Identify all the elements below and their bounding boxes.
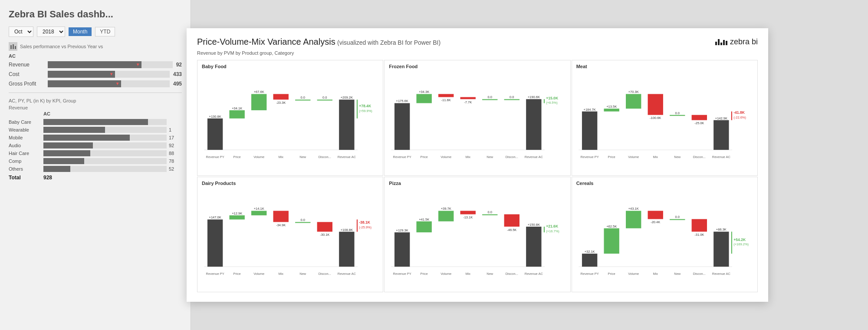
chart-cell-cereals: Cereals +32.1KRevenue PY+62.5KPrice+43.1… — [572, 177, 758, 293]
x-label-baby-food-5: Discon... — [319, 155, 331, 159]
zebra-logo: zebra bi — [715, 37, 758, 46]
kpi-row: Revenue ▼ 92 — [9, 61, 182, 68]
group-value: 17 — [169, 135, 182, 140]
month-filter[interactable]: Oct — [9, 26, 33, 37]
kpi-value: 92 — [176, 62, 182, 68]
year-filter[interactable]: 2018 — [37, 26, 65, 37]
bar-label-dairy-products-2: +14.1K — [254, 207, 264, 211]
bar-zero-4: 0.0 — [301, 218, 305, 222]
x-label-pizza-2: Volume — [441, 272, 452, 276]
x-label-baby-food-3: Mix — [278, 155, 283, 159]
kpi-triangle-icon: ▼ — [115, 81, 120, 86]
x-label-cereals-3: Mix — [653, 272, 658, 276]
group-bar-wrap — [43, 158, 167, 164]
bar-frozen-food-2 — [438, 94, 454, 97]
bar-baby-food-1 — [229, 110, 244, 119]
chart-svg-meat: +184.7KRevenue PY+13.5KPrice+70.3KVolume… — [576, 71, 753, 166]
perf-title: Sales performance vs Previous Year vs — [20, 44, 103, 49]
bar-label-frozen-food-2: -11.6K — [441, 98, 451, 102]
group-bar — [43, 127, 105, 133]
group-bar — [43, 158, 84, 164]
group-row: Hair Care 88 — [9, 150, 182, 156]
bar-label-baby-food-2: +67.6K — [254, 90, 264, 94]
bar-frozen-food-1 — [417, 94, 432, 103]
x-label-frozen-food-4: New — [487, 155, 494, 159]
kpi-triangle-icon: ▼ — [136, 62, 140, 67]
x-label-meat-5: Discon... — [693, 155, 705, 159]
variance-pct-pizza: (+16.7%) — [546, 229, 560, 233]
zebra-bars-icon — [715, 39, 727, 45]
bar-label-pizza-3: -13.1K — [463, 215, 473, 219]
bar-baby-food-4 — [295, 99, 310, 100]
group-value: 1 — [169, 127, 182, 132]
kpi-value: 495 — [173, 81, 182, 87]
x-label-dairy-products-0: Revenue PY — [206, 272, 224, 276]
chart-cell-meat: Meat +184.7KRevenue PY+13.5KPrice+70.3KV… — [572, 60, 758, 176]
x-label-cereals-0: Revenue PY — [580, 272, 598, 276]
bar-frozen-food-4 — [482, 99, 497, 100]
x-label-pizza-4: New — [487, 272, 494, 276]
ytd-btn[interactable]: YTD — [95, 27, 115, 36]
x-label-baby-food-0: Revenue PY — [206, 155, 224, 159]
bar-cereals-5 — [691, 219, 707, 231]
left-panel: Zebra BI Sales dashb... Oct 2018 Month Y… — [0, 0, 191, 330]
x-label-cereals-4: New — [674, 272, 681, 276]
kpi-bar-container: ▼ — [48, 80, 170, 87]
group-bar — [43, 166, 70, 172]
group-bar — [43, 119, 148, 125]
group-row: Wearable 1 — [9, 127, 182, 133]
variance-pct-frozen-food: (+8.5%) — [546, 101, 558, 105]
kpi-triangle-icon: ▼ — [109, 72, 114, 76]
card-subtitle: (visualized with Zebra BI for Power BI) — [337, 39, 441, 46]
x-label-dairy-products-2: Volume — [253, 272, 264, 276]
variance-pct-baby-food: (+59.9%) — [359, 109, 372, 113]
bar-label-pizza-5: -46.5K — [507, 228, 517, 231]
x-label-meat-3: Mix — [653, 155, 658, 159]
x-label-pizza-5: Discon... — [506, 272, 518, 276]
bar1 — [715, 42, 717, 45]
bar-label-meat-1: +13.5K — [606, 105, 617, 109]
variance-pct-cereals: (+169.2%) — [733, 242, 749, 246]
bar-baby-food-6 — [339, 99, 354, 150]
group-section: Baby Care Wearable 1 Mobile 17 Audio 92 … — [9, 119, 182, 172]
bar-zero-4: 0.0 — [488, 210, 492, 214]
bar-dairy-products-1 — [229, 215, 244, 219]
group-title: AC, PY, PL (in K) by KPI, Group — [9, 98, 182, 103]
group-row: Mobile 17 — [9, 135, 182, 141]
divider — [9, 92, 182, 93]
x-label-frozen-food-5: Discon... — [506, 155, 518, 159]
kpi-section: Revenue ▼ 92 Cost ▼ 433 Gross Profit ▼ 4… — [9, 61, 182, 87]
svg-rect-0 — [10, 45, 12, 49]
filter-row: Oct 2018 Month YTD — [9, 26, 182, 37]
bar-pizza-3 — [460, 211, 476, 214]
month-btn[interactable]: Month — [69, 27, 92, 36]
bar-zero-4: 0.0 — [675, 215, 679, 219]
bar-label-meat-2: +70.3K — [628, 90, 638, 94]
total-row: Total 928 — [9, 175, 182, 181]
group-sub: Revenue — [9, 105, 182, 110]
x-label-cereals-2: Volume — [628, 272, 639, 276]
bar-pizza-1 — [417, 221, 432, 232]
bar-label-baby-food-0: +130.8K — [209, 115, 221, 119]
group-label: Audio — [9, 143, 43, 148]
variance-pct-meat: (-22.6%) — [733, 116, 746, 119]
chart-title-pizza: Pizza — [389, 181, 566, 186]
chart-svg-frozen-food: +175.6KRevenue PY+34.3KPrice-11.6KVolume… — [389, 71, 566, 166]
bar-label-pizza-6: +150.8K — [528, 222, 540, 226]
bar-baby-food-5 — [317, 99, 332, 100]
x-label-pizza-3: Mix — [466, 272, 471, 276]
bar-label-baby-food-6: +209.2K — [341, 96, 353, 99]
bar-cereals-1 — [604, 228, 619, 253]
x-label-frozen-food-3: Mix — [466, 155, 471, 159]
group-label: Comp — [9, 158, 43, 164]
left-panel-title: Zebra BI Sales dashb... — [9, 9, 182, 20]
chart-cell-frozen-food: Frozen Food +175.6KRevenue PY+34.3KPrice… — [384, 60, 570, 176]
group-value: 78 — [169, 158, 182, 164]
chart-svg-pizza: +129.3KRevenue PY+41.5KPrice+39.7KVolume… — [389, 188, 566, 283]
chart-cell-pizza: Pizza +129.3KRevenue PY+41.5KPrice+39.7K… — [384, 177, 570, 293]
bar2 — [718, 39, 720, 45]
variance-val-baby-food: +78.4K — [359, 104, 372, 108]
bar-label-pizza-2: +39.7K — [441, 207, 451, 211]
total-value: 928 — [43, 175, 52, 181]
chart-area-frozen-food: +175.6KRevenue PY+34.3KPrice-11.6KVolume… — [389, 71, 566, 166]
